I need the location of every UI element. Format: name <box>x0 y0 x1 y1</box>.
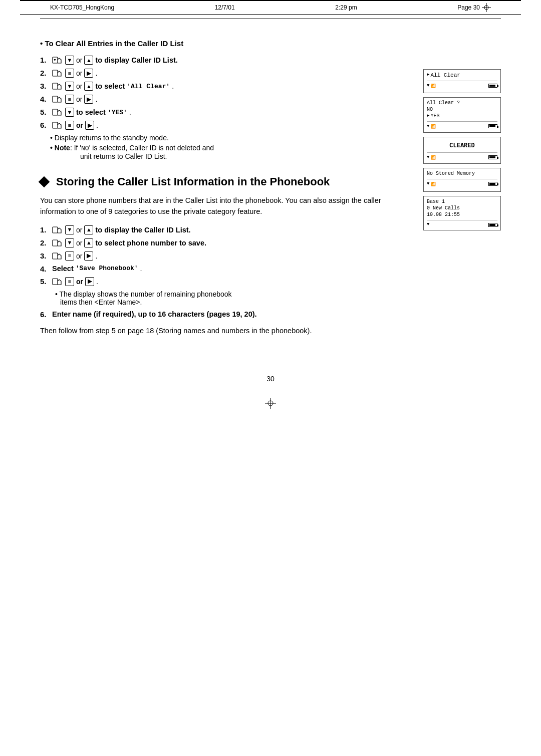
lcd2-down-icon: ▼ <box>427 124 429 129</box>
header-bar: KX-TCD705_HongKong 12/7/01 2:29 pm Page … <box>20 0 521 15</box>
step4-num: 4. <box>40 95 50 103</box>
s2-step3: 3. ≡ or ▶ . <box>40 251 408 261</box>
lcd3-down-icon: ▼ <box>427 155 429 160</box>
step5-num: 5. <box>40 108 50 116</box>
step3-num: 3. <box>40 82 50 90</box>
lcd4-battery <box>488 181 497 187</box>
s2-footer: Then follow from step 5 on page 18 (Stor… <box>40 327 408 335</box>
phone-icon-s2-2 <box>52 239 63 247</box>
phone-icon-6 <box>52 121 63 129</box>
page-container: KX-TCD705_HongKong 12/7/01 2:29 pm Page … <box>0 0 541 756</box>
down-s2-1: ▼ <box>65 225 74 234</box>
lcd4-bottom: ▼ 📶 <box>427 179 497 187</box>
step3: 3. ▼ or ▲ to select 'All Clear' . <box>40 82 408 91</box>
s2-step6: 6. Enter name (if required), up to 16 ch… <box>40 310 408 319</box>
s2-step4: 4. Select 'Save Phonebook' . <box>40 265 408 273</box>
step3-allclear: 'All Clear' <box>127 83 170 90</box>
s2-step4-content: Select 'Save Phonebook' . <box>52 265 142 273</box>
lcd5-line2: 0 New Calls <box>427 205 497 211</box>
lcd4-down-icon: ▼ <box>427 181 429 186</box>
s2-step1-text: to display the Caller ID List. <box>95 226 190 234</box>
step6-s1-num: 6. <box>40 121 50 129</box>
note-bold: • Note <box>50 144 70 152</box>
lcd1-down-icon: ▼ <box>427 83 429 88</box>
s2-step6-content: Enter name (if required), up to 16 chara… <box>52 310 257 318</box>
menu-btn-6: ≡ <box>65 121 74 130</box>
s2-step4-select: Select <box>52 265 74 273</box>
lcd3-bottom: ▼ 📶 <box>427 152 497 160</box>
phone-icon-s2-5 <box>52 278 63 286</box>
phone-icon-s2-1 <box>52 226 63 234</box>
phone-icon: ▼ <box>52 56 63 64</box>
step1-num: 1. <box>40 56 50 64</box>
phone-icon-4 <box>52 95 63 103</box>
menu-btn-4: ≡ <box>65 95 74 104</box>
s2-step2: 2. ▼ or ▲ to select phone number to save… <box>40 238 408 247</box>
up-btn-icon: ▲ <box>84 56 93 65</box>
s2-step3-content: ≡ or ▶ . <box>52 251 97 261</box>
step1: 1. ▼ ▼ or ▲ to display Caller ID List. <box>40 56 408 65</box>
up-s2-2: ▲ <box>84 238 93 247</box>
step4-period: . <box>95 95 97 103</box>
diamond-icon <box>39 176 50 188</box>
lcd2-signal-icon: 📶 <box>431 124 436 129</box>
step6-s1-content: ≡ or ▶ . <box>52 121 98 130</box>
s2-step1-num: 1. <box>40 225 50 234</box>
down-btn-icon: ▼ <box>65 56 74 65</box>
lcd2-battery <box>488 123 497 129</box>
step5-period: . <box>129 108 131 116</box>
lcd2: All Clear ? NO ▶ YES ▼ 📶 <box>423 97 501 133</box>
s2-step5-bullet2: items then <Enter Name>. <box>60 298 408 306</box>
section1: To Clear All Entries in the Caller ID Li… <box>40 39 408 160</box>
lcd1-bottom: ▼ 📶 <box>427 81 497 89</box>
lcd2-line1: All Clear ? <box>427 100 497 106</box>
section2-desc: You can store phone numbers that are in … <box>40 195 408 217</box>
note-line: • Note: If 'NO' is selected, Caller ID i… <box>50 144 408 152</box>
bottom-crosshair-icon <box>265 398 276 409</box>
step5: 5. ▼ to select 'YES' . <box>40 108 408 117</box>
section1-title: To Clear All Entries in the Caller ID Li… <box>40 39 408 48</box>
s2-step4-num: 4. <box>40 265 50 273</box>
lcd5-bat-icon <box>488 223 497 227</box>
menu-btn-icon: ≡ <box>65 69 74 78</box>
step4-content: ≡ or ▶ . <box>52 95 97 104</box>
lcd1-line1: ▶ All Clear <box>427 72 497 79</box>
s2-step6-num: 6. <box>40 310 50 319</box>
lcd5-bat-area <box>488 222 497 228</box>
step3-content: ▼ or ▲ to select 'All Clear' . <box>52 82 174 91</box>
s2-step2-text: to select phone number to save. <box>95 239 206 247</box>
lcd2-bat-icon <box>488 124 497 128</box>
lcd1: ▶ All Clear ▼ 📶 <box>423 69 501 93</box>
right-btn-6: ▶ <box>85 121 94 130</box>
up-s2-1: ▲ <box>84 225 93 234</box>
down-btn-5: ▼ <box>65 108 74 117</box>
step6-s1: 6. ≡ or ▶ . <box>40 121 408 130</box>
header-pageref: Page 30 <box>457 3 491 12</box>
s2-step1: 1. ▼ or ▲ to display the Caller ID List. <box>40 225 408 234</box>
s2-step5: 5. ≡ or ▶ . <box>40 277 408 286</box>
s2-step2-content: ▼ or ▲ to select phone number to save. <box>52 238 206 247</box>
s2-step2-num: 2. <box>40 238 50 247</box>
step1-text: to display Caller ID List. <box>95 56 177 64</box>
up-btn-3: ▲ <box>84 82 93 91</box>
lcd3-icons: ▼ 📶 <box>427 155 436 160</box>
lcd3-signal-icon: 📶 <box>431 155 436 160</box>
right-s2-5: ▶ <box>85 277 94 286</box>
lcd2-arrow: ▶ <box>427 113 429 119</box>
section2-title: Storing the Caller List Information in t… <box>40 175 408 188</box>
lcd3-cleared: CLEARED <box>427 139 497 150</box>
header-date: 12/7/01 <box>215 4 235 11</box>
lcd2-icons: ▼ 📶 <box>427 124 436 129</box>
step1-content: ▼ ▼ or ▲ to display Caller ID List. <box>52 56 178 65</box>
step2-period: . <box>95 69 97 77</box>
phone-icon-2 <box>52 69 63 77</box>
right-s2-3: ▶ <box>84 251 93 261</box>
step3-period: . <box>172 82 174 90</box>
s2-step6-text: Enter name (if required), up to 16 chara… <box>52 310 257 318</box>
s2-step5-bullet1: • The display shows the number of remain… <box>55 290 408 298</box>
note-no: NO <box>81 145 89 152</box>
lcd3-bat-icon <box>488 155 497 159</box>
lcd2-line3: ▶ YES <box>427 113 497 119</box>
s2-step4-savephonebook: 'Save Phonebook' <box>76 265 138 272</box>
step5-text: to select <box>76 108 106 116</box>
